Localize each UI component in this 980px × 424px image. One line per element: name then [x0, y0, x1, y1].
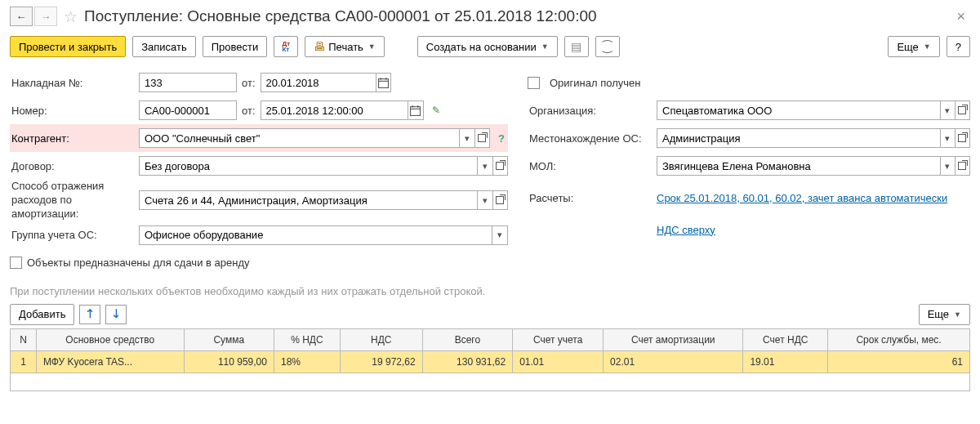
open-icon[interactable]	[955, 101, 969, 119]
from-label-1: от:	[242, 77, 256, 89]
lease-checkbox[interactable]	[10, 257, 22, 269]
document-icon: ▤	[571, 40, 581, 53]
contragent-help[interactable]: ?	[495, 132, 508, 145]
print-icon: 🖶	[314, 40, 325, 53]
org-field[interactable]: ▾	[657, 100, 970, 120]
edit-date-icon[interactable]: ✎	[432, 105, 440, 116]
col-vat-pct[interactable]: % НДС	[274, 328, 340, 350]
col-life[interactable]: Срок службы, мес.	[828, 328, 970, 350]
contract-field[interactable]: ▾	[139, 156, 508, 176]
dropdown-icon[interactable]: ▾	[492, 226, 507, 244]
col-vat[interactable]: НДС	[340, 328, 422, 350]
col-acct[interactable]: Счет учета	[513, 328, 604, 350]
dtkt-button[interactable]: ДтКт	[274, 36, 298, 57]
clip-icon: ⁐	[603, 40, 612, 53]
col-asset[interactable]: Основное средство	[37, 328, 185, 350]
svg-rect-4	[411, 106, 421, 115]
mol-field[interactable]: ▾	[657, 156, 970, 176]
svg-rect-0	[378, 78, 388, 87]
assets-table[interactable]: N Основное средство Сумма % НДС НДС Всег…	[10, 328, 970, 391]
exp-method-field[interactable]: ▾	[139, 190, 508, 210]
calendar-icon[interactable]	[408, 101, 422, 119]
contragent-field[interactable]: ▾	[139, 128, 490, 148]
org-label: Организация:	[528, 105, 657, 117]
table-row[interactable]	[11, 373, 970, 391]
contragent-label: Контрагент:	[10, 132, 139, 145]
original-label: Оригинал получен	[550, 77, 640, 89]
col-acct-vat[interactable]: Счет НДС	[743, 328, 828, 350]
post-button[interactable]: Провести	[203, 36, 268, 57]
multi-objects-note: При поступлении нескольких объектов необ…	[10, 285, 970, 297]
contract-label: Договор:	[10, 160, 139, 172]
calendar-icon[interactable]	[376, 74, 390, 91]
dropdown-icon[interactable]: ▾	[477, 157, 492, 175]
number-date-field[interactable]	[261, 100, 424, 120]
dropdown-icon[interactable]: ▾	[940, 101, 955, 119]
open-icon[interactable]	[955, 129, 969, 147]
table-row[interactable]: 1 МФУ Kyocera TAS... 110 959,00 18% 19 9…	[11, 350, 970, 373]
close-button[interactable]: ×	[951, 8, 970, 25]
dropdown-icon[interactable]: ▾	[940, 129, 955, 147]
invoice-date-field[interactable]	[261, 73, 391, 92]
number-label: Номер:	[10, 105, 139, 117]
open-icon[interactable]	[492, 191, 507, 209]
dropdown-icon[interactable]: ▾	[477, 191, 492, 209]
invoice-no-label: Накладная №:	[10, 77, 139, 89]
nav-forward-button: →	[34, 7, 57, 26]
table-more-button[interactable]: Еще ▼	[919, 304, 970, 325]
os-group-label: Группа учета ОС:	[10, 229, 139, 241]
help-button[interactable]: ?	[947, 36, 970, 57]
favorite-star-icon[interactable]: ☆	[64, 7, 78, 26]
add-row-button[interactable]: Добавить	[10, 304, 74, 325]
mol-label: МОЛ:	[528, 160, 657, 172]
print-button[interactable]: 🖶 Печать ▼	[305, 36, 385, 57]
open-icon[interactable]	[492, 157, 507, 175]
dropdown-icon[interactable]: ▾	[940, 157, 955, 175]
dropdown-icon[interactable]: ▾	[459, 129, 474, 147]
more-button[interactable]: Еще ▼	[888, 36, 939, 57]
open-icon[interactable]	[955, 157, 969, 175]
original-checkbox[interactable]	[528, 77, 540, 89]
post-close-button[interactable]: Провести и закрыть	[10, 36, 126, 57]
report-button[interactable]: ▤	[564, 36, 589, 57]
lease-label: Объекты предназначены для сдачи в аренду	[27, 257, 249, 269]
page-title: Поступление: Основные средства СА00-0000…	[84, 7, 945, 25]
nav-back-button[interactable]: ←	[10, 7, 33, 26]
create-based-button[interactable]: Создать на основании ▼	[417, 36, 558, 57]
os-group-field[interactable]: ▾	[139, 225, 508, 245]
from-label-2: от:	[242, 105, 256, 117]
invoice-no-field[interactable]	[139, 73, 237, 92]
calc-link[interactable]: Срок 25.01.2018, 60.01, 60.02, зачет ава…	[657, 192, 947, 204]
attach-button[interactable]: ⁐	[595, 36, 620, 57]
open-icon[interactable]	[474, 129, 489, 147]
location-label: Местонахождение ОС:	[528, 132, 657, 145]
move-up-button[interactable]: 🡑	[79, 305, 100, 324]
location-field[interactable]: ▾	[657, 128, 970, 148]
col-total[interactable]: Всего	[422, 328, 512, 350]
vat-link[interactable]: НДС сверху	[657, 224, 715, 236]
col-acct-amort[interactable]: Счет амортизации	[604, 328, 743, 350]
number-field[interactable]	[139, 100, 237, 120]
exp-method-label: Способ отражения расходов по амортизации…	[10, 180, 139, 221]
col-sum[interactable]: Сумма	[184, 328, 274, 350]
save-button[interactable]: Записать	[132, 36, 196, 57]
col-n[interactable]: N	[11, 328, 37, 350]
move-down-button[interactable]: 🡓	[105, 305, 127, 324]
calc-label: Расчеты:	[528, 192, 657, 204]
